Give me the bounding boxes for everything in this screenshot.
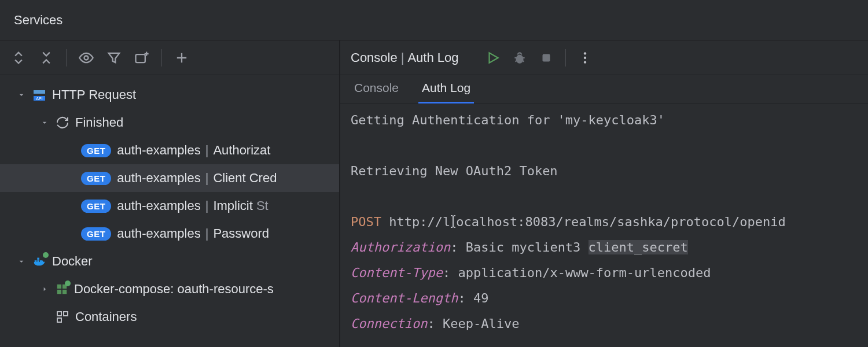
chevron-down-icon[interactable] <box>16 90 27 100</box>
tree-node-label: Finished <box>75 115 123 130</box>
collapse-all-icon[interactable] <box>38 50 54 66</box>
stop-icon[interactable] <box>539 50 554 65</box>
status-dot-running <box>65 280 71 286</box>
request-item[interactable]: GET auth-examples|Implicit St <box>0 192 339 220</box>
request-item[interactable]: GET auth-examples|Client Cred <box>0 164 339 192</box>
svg-text:API: API <box>36 97 42 101</box>
svg-rect-1 <box>136 54 145 62</box>
right-panel: Console|Auth Log Console Auth L <box>340 40 868 347</box>
tab-auth-log[interactable]: Auth Log <box>418 75 474 104</box>
filter-icon[interactable] <box>106 50 122 66</box>
containers-icon <box>56 310 69 324</box>
svg-point-23 <box>583 56 586 58</box>
request-item[interactable]: GET auth-examples|Password <box>0 220 339 248</box>
http-method-badge: GET <box>81 172 111 185</box>
request-label: auth-examples|Client Cred <box>117 171 277 186</box>
header-key: Content-Type <box>351 265 443 280</box>
svg-rect-12 <box>62 290 67 294</box>
panel-title-text: Services <box>14 13 62 28</box>
http-method-badge: GET <box>81 227 111 241</box>
expand-all-icon[interactable] <box>10 50 27 66</box>
tree-node-label: Docker <box>52 254 93 269</box>
svg-rect-11 <box>57 290 61 294</box>
right-header: Console|Auth Log <box>340 40 868 75</box>
docker-compose-icon <box>56 283 68 296</box>
main-split: API HTTP Request Finished GET auth-examp… <box>0 40 868 347</box>
refresh-icon <box>56 116 69 130</box>
api-icon: API <box>32 88 46 102</box>
svg-rect-9 <box>57 285 61 289</box>
right-header-actions <box>486 49 593 67</box>
header-value: Basic myclient3 <box>466 240 589 254</box>
run-icon[interactable] <box>486 50 501 65</box>
toolbar-separator <box>161 49 162 67</box>
log-line: Getting Authentication for 'my-keycloak3… <box>351 113 665 127</box>
header-key: Authorization <box>351 240 450 254</box>
left-toolbar <box>0 40 339 75</box>
chevron-right-icon[interactable] <box>39 284 50 294</box>
right-header-title: Console|Auth Log <box>351 50 459 65</box>
tree-node-docker[interactable]: Docker <box>0 248 339 275</box>
new-tab-icon[interactable] <box>134 50 150 66</box>
svg-point-22 <box>583 52 586 54</box>
header-value: application/x-www-form-urlencoded <box>458 265 711 280</box>
svg-point-16 <box>516 54 523 63</box>
output-tabs: Console Auth Log <box>340 75 868 104</box>
svg-point-24 <box>583 61 586 63</box>
docker-icon <box>32 254 46 268</box>
http-method-badge: GET <box>81 144 111 157</box>
svg-rect-8 <box>37 258 39 260</box>
auth-log-output[interactable]: Getting Authentication for 'my-keycloak3… <box>340 104 868 347</box>
tree-node-containers[interactable]: Containers <box>0 303 339 331</box>
toolbar-separator <box>565 49 566 67</box>
tree-node-label: HTTP Request <box>52 87 136 102</box>
chevron-down-icon[interactable] <box>16 256 27 267</box>
request-url: http://localhost:8083/realms/sashka/prot… <box>389 215 786 229</box>
svg-rect-2 <box>34 90 45 94</box>
header-value: 49 <box>473 291 489 305</box>
header-key: Content-Length <box>351 291 458 305</box>
svg-point-0 <box>84 56 89 60</box>
tree-node-http-request[interactable]: API HTTP Request <box>0 81 339 109</box>
text-cursor-icon <box>449 212 457 226</box>
request-label: auth-examples|Implicit St <box>117 198 268 213</box>
tree-node-compose[interactable]: Docker-compose: oauth-resource-s <box>0 275 339 303</box>
svg-rect-21 <box>542 54 550 61</box>
log-line: Retrieving New OAuth2 Token <box>351 164 558 178</box>
svg-rect-15 <box>57 318 61 322</box>
panel-title: Services <box>0 0 868 40</box>
tree-node-finished[interactable]: Finished <box>0 109 339 136</box>
header-value-highlight: client_secret <box>589 240 688 254</box>
tree-node-label: Docker-compose: oauth-resource-s <box>74 282 274 297</box>
svg-rect-14 <box>64 312 68 316</box>
request-label: auth-examples|Authorizat <box>117 143 270 158</box>
services-tree: API HTTP Request Finished GET auth-examp… <box>0 75 339 347</box>
tab-console[interactable]: Console <box>351 75 402 104</box>
toolbar-separator <box>66 49 67 67</box>
request-label: auth-examples|Password <box>117 226 269 241</box>
http-method-badge: GET <box>81 200 111 213</box>
header-value: Keep-Alive <box>443 316 519 331</box>
http-method: POST <box>351 215 381 229</box>
chevron-down-icon[interactable] <box>39 117 50 128</box>
more-vertical-icon[interactable] <box>578 50 593 65</box>
left-panel: API HTTP Request Finished GET auth-examp… <box>0 40 340 347</box>
tree-node-label: Containers <box>75 309 137 324</box>
debug-icon[interactable] <box>512 50 527 65</box>
add-icon[interactable] <box>174 50 190 66</box>
status-dot-running <box>43 252 49 258</box>
request-item[interactable]: GET auth-examples|Authorizat <box>0 136 339 164</box>
header-key: Connection <box>351 316 427 331</box>
svg-rect-13 <box>57 312 61 316</box>
eye-icon[interactable] <box>78 50 94 66</box>
